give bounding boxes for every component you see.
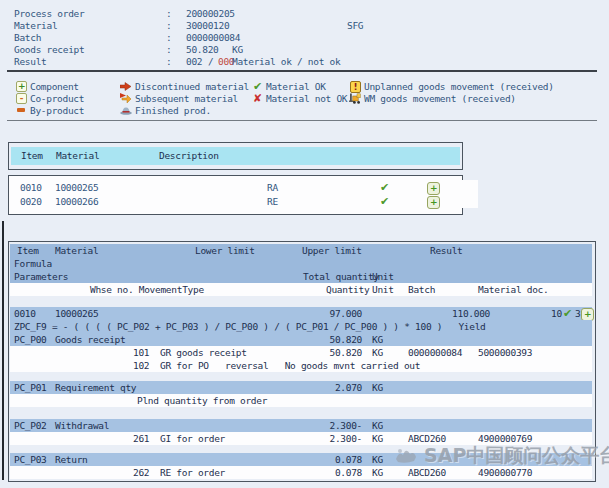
batch-row: Batch : 0000000084 bbox=[0, 31, 609, 43]
header-item: Item bbox=[17, 244, 39, 257]
detail-item-row[interactable]: 0010 10000265 97.000 110.000 10 3 bbox=[10, 307, 592, 320]
watermark-text: SAP中国顾问公众平台 bbox=[424, 443, 609, 467]
header-quantity: Quantity bbox=[326, 283, 369, 296]
ok-count: 10 bbox=[551, 307, 562, 320]
param-unit: KG bbox=[372, 453, 383, 466]
param-qty: 2.070 bbox=[290, 381, 362, 394]
movement-row-102[interactable]: 102 GR for PO reversal No goods mvnt car… bbox=[10, 359, 592, 372]
movement-unit: KG bbox=[372, 432, 383, 445]
result-separator: / bbox=[208, 55, 213, 68]
co-product-minus-icon bbox=[16, 93, 27, 104]
param-code: PC_P02 bbox=[14, 419, 47, 432]
formula-row: ZPC_F9 = - ( ( ( ( PC_P02 + PC_P03 ) / P… bbox=[10, 320, 592, 333]
header-result: Result bbox=[430, 244, 463, 257]
movement-type: 262 bbox=[133, 466, 149, 479]
subsequent-material-icon bbox=[120, 93, 132, 104]
warn-count: 3 bbox=[575, 307, 580, 320]
result-check-icon bbox=[563, 307, 575, 320]
items-header-description: Description bbox=[159, 147, 219, 165]
param-qty: 50.820 bbox=[290, 333, 362, 346]
item-description: RA bbox=[267, 181, 278, 194]
header-parameters: Parameters bbox=[14, 270, 68, 283]
unplanned-warning-icon bbox=[350, 81, 361, 93]
item-number: 0010 bbox=[20, 181, 42, 194]
param-unit: KG bbox=[372, 419, 383, 432]
by-product-dash-icon bbox=[17, 108, 25, 112]
legend-material-not-ok-label: Material not OK bbox=[266, 92, 347, 105]
items-header-material: Material bbox=[56, 147, 99, 165]
header-unit: Unit bbox=[372, 270, 394, 283]
movement-doc: 4900000770 bbox=[478, 466, 532, 479]
item-material: 10000266 bbox=[55, 195, 98, 208]
detail-header-row-4: Whse no. MovementType Quantity Unit Batc… bbox=[10, 283, 592, 296]
detail-upper-limit-value: 110.000 bbox=[420, 307, 490, 320]
header-formula: Formula bbox=[14, 257, 52, 270]
param-code: PC_P01 bbox=[14, 381, 47, 394]
colon: : bbox=[166, 55, 171, 68]
param-row-pc-p01[interactable]: PC_P01 Requirement qty 2.070 KG bbox=[10, 381, 592, 394]
watermark: SAP中国顾问公众平台 bbox=[394, 443, 609, 467]
movement-text: Plnd quantity from order bbox=[137, 394, 267, 407]
result-label: Result bbox=[14, 55, 47, 68]
discontinued-arrow-icon bbox=[120, 82, 132, 91]
detail-header-row-2: Formula bbox=[10, 257, 592, 270]
movement-batch: ABCD260 bbox=[408, 466, 446, 479]
item-description: RE bbox=[267, 195, 278, 208]
result-note: Material ok / not ok bbox=[232, 55, 340, 68]
result-ok-count: 002 bbox=[186, 55, 202, 68]
wm-forklift-icon bbox=[349, 93, 362, 104]
movement-text: GI for order bbox=[160, 432, 225, 445]
items-row-0010[interactable]: 0010 10000265 RA bbox=[10, 181, 459, 194]
param-name: Requirement qty bbox=[55, 381, 136, 394]
divider bbox=[7, 120, 597, 121]
movement-unit: KG bbox=[372, 346, 383, 359]
param-code: PC_P03 bbox=[14, 453, 47, 466]
watermark-logo-icon bbox=[394, 445, 420, 465]
param-name: Withdrawal bbox=[55, 419, 109, 432]
movement-row-101[interactable]: 101 GR goods receipt 50.820 KG 000000008… bbox=[10, 346, 592, 359]
movement-qty: 2.300- bbox=[290, 432, 362, 445]
process-order-row: Process order : 200000205 bbox=[0, 7, 609, 19]
param-qty: 0.078 bbox=[290, 453, 362, 466]
goods-receipt-row: Goods receipt : 50.820 KG bbox=[0, 43, 609, 55]
header-total-quantity: Total quantity bbox=[303, 270, 379, 283]
expand-item-button[interactable] bbox=[427, 196, 440, 209]
param-name: Goods receipt bbox=[55, 333, 125, 346]
detail-header-row-1: Item Material Lower limit Upper limit Re… bbox=[10, 244, 592, 257]
param-row-pc-p02[interactable]: PC_P02 Withdrawal 2.300- KG bbox=[10, 419, 592, 432]
detail-item-number: 0010 bbox=[14, 307, 36, 320]
component-plus-icon bbox=[16, 81, 27, 92]
items-header-item: Item bbox=[21, 147, 43, 165]
movement-row-262[interactable]: 262 RE for order 0.078 KG ABCD260 490000… bbox=[10, 466, 592, 479]
header-lower-limit: Lower limit bbox=[195, 244, 255, 257]
detail-lower-limit-value: 97.000 bbox=[290, 307, 362, 320]
movement-type: 101 bbox=[133, 346, 149, 359]
param-row-pc-p00[interactable]: PC_P00 Goods receipt 50.820 KG bbox=[10, 333, 592, 346]
items-table-header-box: Item Material Description bbox=[8, 142, 463, 170]
items-table-overflow bbox=[461, 180, 478, 208]
movement-text: GR for PO reversal No goods mvnt carried… bbox=[160, 359, 420, 372]
expand-item-button[interactable] bbox=[427, 182, 440, 195]
param-qty: 2.300- bbox=[290, 419, 362, 432]
header-material-doc: Material doc. bbox=[478, 283, 548, 296]
movement-type: 261 bbox=[133, 432, 149, 445]
header-unit2: Unit bbox=[372, 283, 394, 296]
item-material: 10000265 bbox=[55, 181, 98, 194]
finished-product-hat-icon bbox=[120, 105, 132, 115]
movement-batch: 0000000084 bbox=[408, 346, 462, 359]
movement-text: RE for order bbox=[160, 466, 225, 479]
movement-row-plnd[interactable]: Plnd quantity from order bbox=[10, 394, 592, 407]
material-not-ok-cross-icon bbox=[253, 92, 265, 105]
header-material: Material bbox=[55, 244, 98, 257]
param-code: PC_P00 bbox=[14, 333, 47, 346]
legend-wm-label: WM goods movement (received) bbox=[364, 92, 516, 105]
items-row-0020[interactable]: 0020 10000266 RE bbox=[10, 195, 459, 208]
divider bbox=[7, 70, 597, 72]
formula-text: ZPC_F9 = - ( ( ( ( PC_P02 + PC_P03 ) / P… bbox=[14, 320, 486, 333]
movement-unit: KG bbox=[372, 466, 383, 479]
param-name: Return bbox=[55, 453, 88, 466]
param-unit: KG bbox=[372, 333, 383, 346]
movement-qty: 0.078 bbox=[290, 466, 362, 479]
legend-by-product-label: By-product bbox=[30, 104, 84, 117]
movement-text: GR goods receipt bbox=[160, 346, 247, 359]
